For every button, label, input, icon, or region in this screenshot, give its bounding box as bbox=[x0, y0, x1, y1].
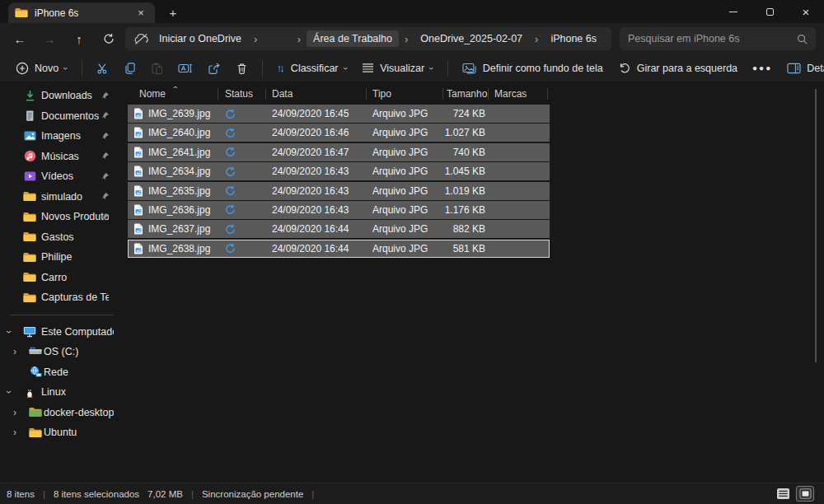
sidebar-item-downloads[interactable]: Downloads bbox=[0, 86, 124, 106]
breadcrumb-iphone-6s[interactable]: iPhone 6s bbox=[544, 30, 603, 47]
sync-pending-icon bbox=[225, 128, 236, 138]
folder-icon bbox=[23, 210, 36, 223]
sidebar-item-label: Gastos bbox=[41, 231, 74, 243]
file-row-img-2634-jpg[interactable]: IMG_2634.jpg24/09/2020 16:43Arquivo JPG1… bbox=[128, 162, 550, 180]
up-button[interactable]: ↑ bbox=[64, 26, 94, 51]
search-icon[interactable] bbox=[797, 34, 808, 44]
new-button[interactable]: Novo› bbox=[8, 57, 75, 80]
search-input[interactable] bbox=[628, 33, 790, 44]
file-row-img-2635-jpg[interactable]: IMG_2635.jpg24/09/2020 16:43Arquivo JPG1… bbox=[128, 182, 550, 200]
sort-button[interactable]: ↑↓Classificar› bbox=[269, 57, 354, 80]
sidebar-item-gastos[interactable]: Gastos bbox=[0, 227, 124, 248]
chevron-down-icon[interactable]: › bbox=[3, 390, 15, 394]
file-row-img-2640-jpg[interactable]: IMG_2640.jpg24/09/2020 16:46Arquivo JPG1… bbox=[128, 124, 550, 142]
sidebar-item-imagens[interactable]: Imagens bbox=[0, 126, 124, 147]
file-row-img-2638-jpg[interactable]: IMG_2638.jpg24/09/2020 16:44Arquivo JPG5… bbox=[128, 240, 550, 258]
more-button[interactable]: ●●● bbox=[745, 57, 780, 80]
file-status-cell bbox=[218, 243, 266, 254]
column-header-data[interactable]: Data bbox=[266, 85, 367, 103]
sidebar-item-carro[interactable]: Carro bbox=[0, 268, 124, 288]
rotate-left-icon bbox=[618, 62, 631, 74]
column-header-tipo[interactable]: Tipo bbox=[367, 85, 443, 103]
toolbar-button-label: Classificar bbox=[291, 63, 339, 74]
sidebar-scrollbar[interactable] bbox=[815, 89, 817, 362]
chevron-down-icon[interactable]: › bbox=[3, 330, 15, 334]
chevron-collapsed-icon[interactable]: › bbox=[295, 33, 303, 45]
details-view-button[interactable] bbox=[774, 486, 792, 502]
sidebar-item-label: Ubuntu bbox=[44, 427, 77, 438]
cut-button[interactable] bbox=[89, 57, 116, 80]
back-button[interactable]: ← bbox=[5, 26, 35, 51]
sidebar-item-simulado[interactable]: simulado bbox=[0, 187, 124, 208]
delete-button[interactable] bbox=[228, 57, 255, 80]
chevron-right-icon[interactable]: › bbox=[13, 407, 16, 418]
column-header-nome[interactable]: Nome› bbox=[128, 85, 218, 103]
tab-iphone-6s[interactable]: iPhone 6s × bbox=[8, 2, 155, 23]
sidebar-item-novos-produtos[interactable]: Novos Produtos bbox=[0, 207, 124, 227]
column-header-tamanho[interactable]: Tamanho bbox=[443, 85, 489, 103]
chevron-right-icon[interactable]: › bbox=[251, 33, 260, 45]
sidebar-item-este-computador[interactable]: ›Este Computador bbox=[0, 322, 124, 343]
chevron-right-icon[interactable]: › bbox=[532, 33, 541, 45]
file-row-img-2636-jpg[interactable]: IMG_2636.jpg24/09/2020 16:43Arquivo JPG1… bbox=[128, 201, 550, 219]
sidebar-item-v-deos[interactable]: Vídeos bbox=[0, 166, 124, 187]
new-tab-button[interactable]: + bbox=[163, 4, 183, 21]
file-status-cell bbox=[218, 147, 266, 157]
folder-icon bbox=[23, 250, 36, 264]
items-count: 8 itens bbox=[7, 489, 35, 499]
search-box[interactable] bbox=[620, 27, 816, 50]
sidebar-item-docker-desktop-data[interactable]: ›docker-desktop-data bbox=[0, 403, 124, 423]
sidebar-item-rede[interactable]: Rede bbox=[0, 362, 124, 383]
view-button[interactable]: Visualizar› bbox=[354, 57, 441, 80]
forward-button: → bbox=[35, 26, 64, 51]
address-bar[interactable]: Iniciar o OneDrive››Área de Trabalho›One… bbox=[125, 27, 611, 50]
toolbar-separator bbox=[447, 60, 448, 77]
details-pane-button[interactable]: Detalhes bbox=[780, 57, 824, 80]
rotate-left-button[interactable]: Girar para a esquerda bbox=[611, 57, 745, 80]
close-tab-icon[interactable]: × bbox=[133, 6, 148, 21]
sidebar-item-documentos[interactable]: Documentos bbox=[0, 106, 124, 127]
chevron-right-icon[interactable]: › bbox=[402, 33, 410, 45]
file-row-img-2639-jpg[interactable]: IMG_2639.jpg24/09/2020 16:45Arquivo JPG7… bbox=[128, 105, 550, 123]
breadcrumb-onedrive-2025-02-07[interactable]: OneDrive_2025-02-07 bbox=[414, 30, 529, 47]
window-controls: × bbox=[715, 0, 824, 23]
sidebar-item-label: Músicas bbox=[41, 151, 79, 162]
paste-button bbox=[143, 57, 171, 80]
sidebar-item-capturas-de-tela[interactable]: Capturas de Tela bbox=[0, 287, 124, 308]
pin-icon bbox=[100, 111, 110, 121]
sync-pending-icon bbox=[225, 147, 236, 157]
icons-view-button[interactable] bbox=[796, 486, 814, 502]
set-wallpaper-button[interactable]: Definir como fundo de tela bbox=[455, 57, 611, 80]
close-button[interactable]: × bbox=[788, 0, 824, 23]
copy-button[interactable] bbox=[116, 57, 143, 80]
sidebar-item-ubuntu[interactable]: ›Ubuntu bbox=[0, 422, 124, 443]
maximize-button[interactable] bbox=[751, 0, 788, 23]
breadcrumb--rea-de-trabalho[interactable]: Área de Trabalho bbox=[307, 30, 399, 47]
refresh-button[interactable] bbox=[94, 26, 124, 51]
toolbar-separator bbox=[82, 60, 82, 77]
folder-icon bbox=[23, 231, 36, 244]
minimize-button[interactable] bbox=[715, 0, 751, 23]
sidebar-item-philipe[interactable]: Philipe bbox=[0, 247, 124, 268]
breadcrumb-onedrive[interactable]: Iniciar o OneDrive bbox=[152, 30, 248, 47]
sidebar-divider bbox=[10, 315, 114, 315]
chevron-right-icon[interactable]: › bbox=[13, 427, 16, 438]
file-status-cell bbox=[218, 224, 266, 235]
sidebar-item-label: docker-desktop-data bbox=[44, 407, 114, 418]
sync-pending-icon bbox=[225, 243, 236, 254]
sidebar-item-label: Imagens bbox=[41, 130, 81, 142]
sidebar-item-os-c-[interactable]: ›OS (C:) bbox=[0, 342, 124, 362]
file-status-cell bbox=[218, 128, 266, 138]
sidebar-item-linux[interactable]: ›Linux bbox=[0, 382, 124, 403]
sidebar-item-m-sicas[interactable]: Músicas bbox=[0, 147, 124, 167]
share-button[interactable] bbox=[200, 57, 228, 80]
file-row-img-2641-jpg[interactable]: IMG_2641.jpg24/09/2020 16:47Arquivo JPG7… bbox=[128, 143, 550, 161]
command-toolbar: Novo›↑↓Classificar›Visualizar›Definir co… bbox=[0, 54, 824, 82]
column-header-status[interactable]: Status bbox=[218, 85, 266, 103]
chevron-right-icon[interactable]: › bbox=[13, 346, 16, 357]
rename-button[interactable] bbox=[171, 57, 200, 80]
file-row-img-2637-jpg[interactable]: IMG_2637.jpg24/09/2020 16:44Arquivo JPG8… bbox=[128, 220, 550, 238]
column-header-marcas[interactable]: Marcas bbox=[489, 85, 548, 103]
toolbar-button-label: Girar para a esquerda bbox=[637, 63, 737, 74]
file-type-cell: Arquivo JPG bbox=[367, 243, 443, 254]
